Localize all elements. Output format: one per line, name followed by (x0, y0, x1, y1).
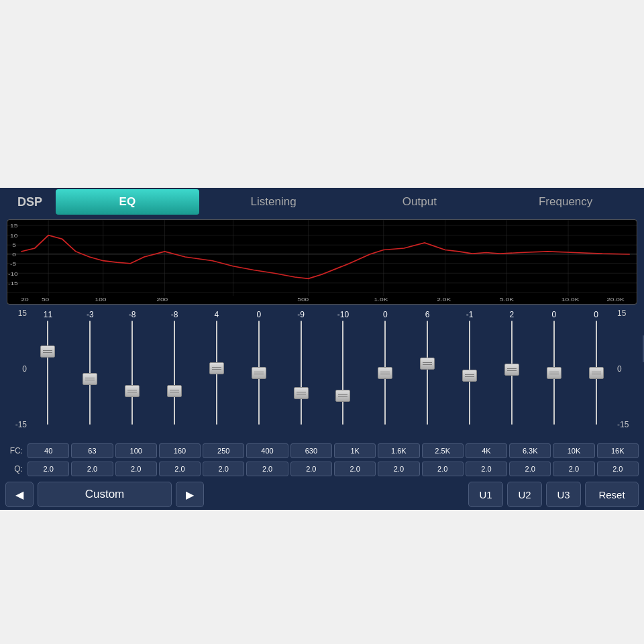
fc-value-12[interactable]: 10K (553, 443, 594, 458)
q-value-1[interactable]: 2.0 (71, 462, 113, 476)
q-value-8[interactable]: 2.0 (378, 462, 419, 476)
eq-chart[interactable]: 15 10 5 0 -5 -10 -15 20 50 100 200 500 1… (7, 219, 637, 305)
u1-button[interactable]: U1 (468, 482, 503, 507)
fader-handle-9[interactable] (420, 358, 435, 370)
faders-section: 15 0 -15 11-3-8-840-9-1006-1200 15 0 -15… (0, 309, 644, 479)
fader-track-0[interactable] (43, 321, 52, 425)
fc-value-7[interactable]: 1K (334, 443, 376, 458)
scale-right: 15 0 -15 (614, 309, 633, 429)
fader-track-13[interactable] (592, 321, 601, 425)
prev-button[interactable]: ◀ (5, 482, 34, 507)
fc-value-11[interactable]: 6.3K (509, 443, 551, 458)
fader-handle-7[interactable] (335, 390, 350, 402)
q-value-10[interactable]: 2.0 (466, 462, 507, 476)
u2-button[interactable]: U2 (507, 482, 542, 507)
tab-frequency[interactable]: Frequency (494, 189, 637, 215)
q-value-13[interactable]: 2.0 (597, 462, 639, 476)
svg-text:1.0K: 1.0K (374, 297, 388, 303)
fader-col-13: 0 (575, 309, 617, 425)
fader-track-12[interactable] (549, 321, 559, 425)
fader-handle-0[interactable] (40, 345, 55, 358)
fader-col-7: -10 (322, 309, 364, 425)
fc-value-0[interactable]: 40 (28, 443, 69, 458)
fader-db-13: 0 (594, 309, 598, 321)
fader-handle-11[interactable] (504, 364, 519, 376)
svg-text:10: 10 (10, 232, 17, 238)
scale-left: 15 0 -15 (11, 309, 30, 429)
fc-value-5[interactable]: 400 (246, 443, 288, 458)
tab-eq[interactable]: EQ (56, 189, 199, 215)
svg-text:20.0K: 20.0K (606, 297, 625, 303)
fader-handle-2[interactable] (125, 385, 140, 397)
fader-handle-10[interactable] (462, 370, 477, 382)
svg-text:10.0K: 10.0K (561, 297, 580, 303)
fader-track-1[interactable] (85, 321, 95, 425)
fader-handle-13[interactable] (589, 367, 604, 379)
q-value-4[interactable]: 2.0 (203, 462, 244, 476)
fc-value-4[interactable]: 250 (203, 443, 244, 458)
fader-track-9[interactable] (423, 321, 432, 425)
fc-value-13[interactable]: 16K (597, 443, 639, 458)
fader-handle-4[interactable] (209, 362, 224, 374)
fc-row: FC: 40631001602504006301K1.6K2.5K4K6.3K1… (5, 443, 639, 459)
u3-button[interactable]: U3 (546, 482, 581, 507)
scale-mid-right: 0 (617, 364, 622, 374)
fader-col-8: 0 (364, 309, 407, 425)
fader-handle-6[interactable] (294, 387, 309, 399)
q-value-3[interactable]: 2.0 (159, 462, 201, 476)
q-value-9[interactable]: 2.0 (422, 462, 464, 476)
tab-listening[interactable]: Listening (202, 189, 345, 215)
fader-handle-8[interactable] (378, 367, 392, 379)
fc-value-9[interactable]: 2.5K (422, 443, 464, 458)
fader-db-4: 4 (215, 309, 219, 321)
fader-track-4[interactable] (212, 321, 221, 425)
fader-db-10: -1 (466, 309, 474, 321)
fader-track-3[interactable] (170, 321, 179, 425)
fader-track-5[interactable] (254, 321, 264, 425)
fader-col-5: 0 (237, 309, 280, 425)
fader-db-3: -8 (171, 309, 178, 321)
fader-db-2: -8 (129, 309, 136, 321)
q-value-0[interactable]: 2.0 (28, 462, 69, 476)
fc-value-10[interactable]: 4K (466, 443, 507, 458)
svg-text:5.0K: 5.0K (500, 297, 515, 303)
next-button[interactable]: ▶ (176, 482, 204, 507)
q-value-12[interactable]: 2.0 (553, 462, 594, 476)
fc-value-2[interactable]: 100 (115, 443, 157, 458)
fader-db-9: 6 (425, 309, 430, 321)
fader-track-10[interactable] (465, 321, 474, 425)
fader-track-7[interactable] (338, 321, 347, 425)
preset-name-button[interactable]: Custom (38, 482, 172, 507)
fader-handle-5[interactable] (252, 367, 266, 379)
reset-button[interactable]: Reset (585, 482, 639, 507)
fader-db-8: 0 (383, 309, 388, 321)
fader-track-8[interactable] (380, 321, 390, 425)
fader-handle-12[interactable] (547, 367, 561, 379)
fc-value-3[interactable]: 160 (159, 443, 201, 458)
fader-col-10: -1 (449, 309, 491, 425)
fc-label: FC: (5, 446, 25, 455)
fc-value-1[interactable]: 63 (71, 443, 113, 458)
svg-text:500: 500 (297, 297, 309, 303)
dsp-panel: DSP EQ Listening Output Frequency (0, 188, 644, 510)
fader-track-6[interactable] (297, 321, 306, 425)
q-row: Q: 2.02.02.02.02.02.02.02.02.02.02.02.02… (5, 461, 639, 477)
q-value-2[interactable]: 2.0 (115, 462, 157, 476)
fader-col-4: 4 (195, 309, 237, 425)
fc-value-6[interactable]: 630 (290, 443, 332, 458)
fader-handle-3[interactable] (167, 385, 182, 397)
q-value-5[interactable]: 2.0 (246, 462, 288, 476)
fader-track-2[interactable] (127, 321, 137, 425)
fader-db-7: -10 (337, 309, 349, 321)
q-value-7[interactable]: 2.0 (334, 462, 376, 476)
fc-value-8[interactable]: 1.6K (378, 443, 419, 458)
scale-top-right: 15 (617, 309, 626, 318)
svg-text:20: 20 (21, 297, 28, 303)
fader-track-11[interactable] (507, 321, 517, 425)
q-value-6[interactable]: 2.0 (290, 462, 332, 476)
scale-mid-left: 0 (22, 364, 27, 374)
svg-text:2.0K: 2.0K (437, 297, 451, 303)
q-value-11[interactable]: 2.0 (509, 462, 551, 476)
fader-handle-1[interactable] (83, 373, 97, 385)
tab-output[interactable]: Output (348, 189, 492, 215)
